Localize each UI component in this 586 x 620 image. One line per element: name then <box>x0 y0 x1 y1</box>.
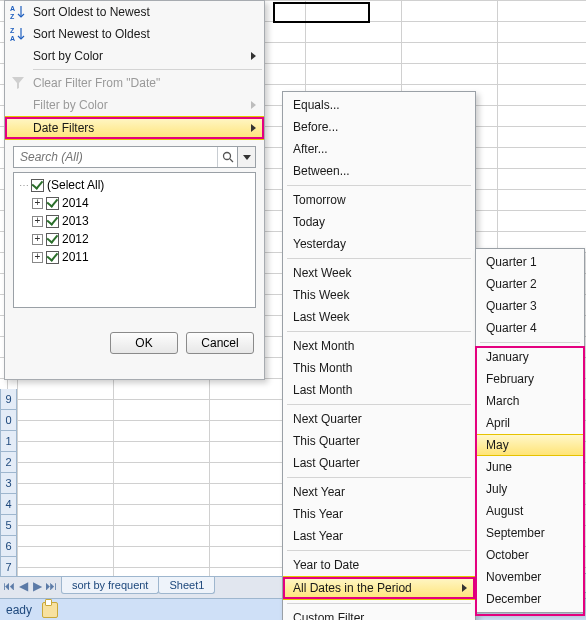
row-header[interactable]: 0 <box>0 410 17 431</box>
checkbox[interactable] <box>31 179 44 192</box>
filter-last-quarter[interactable]: Last Quarter <box>283 452 475 474</box>
filter-next-quarter[interactable]: Next Quarter <box>283 408 475 430</box>
caret-down-icon <box>243 155 251 160</box>
period-march[interactable]: March <box>476 390 584 412</box>
filter-last-month[interactable]: Last Month <box>283 379 475 401</box>
menu-separator <box>287 550 471 551</box>
period-april[interactable]: April <box>476 412 584 434</box>
tree-item-year[interactable]: + 2011 <box>18 248 251 266</box>
row-header[interactable]: 6 <box>0 536 17 557</box>
submenu-arrow-icon <box>251 52 256 60</box>
tab-nav-next-icon[interactable]: ▶ <box>31 579 43 593</box>
filter-yesterday[interactable]: Yesterday <box>283 233 475 255</box>
row-header[interactable]: 5 <box>0 515 17 536</box>
sheet-tab[interactable]: sort by frequent <box>61 577 159 594</box>
period-submenu: Quarter 1 Quarter 2 Quarter 3 Quarter 4 … <box>475 248 585 613</box>
checkbox[interactable] <box>46 251 59 264</box>
filter-this-month[interactable]: This Month <box>283 357 475 379</box>
sort-oldest-to-newest[interactable]: AZ Sort Oldest to Newest <box>5 1 264 23</box>
menu-label: Filter by Color <box>33 98 108 112</box>
row-header[interactable]: 9 <box>0 389 17 410</box>
search-input[interactable] <box>14 147 217 167</box>
sheet-tab[interactable]: Sheet1 <box>158 577 215 594</box>
expand-icon[interactable]: + <box>32 216 43 227</box>
filter-last-week[interactable]: Last Week <box>283 306 475 328</box>
search-box <box>13 146 256 168</box>
period-october[interactable]: October <box>476 544 584 566</box>
filter-after[interactable]: After... <box>283 138 475 160</box>
svg-text:Z: Z <box>10 13 15 20</box>
tree-item-select-all[interactable]: ⋯ (Select All) <box>18 176 251 194</box>
row-header[interactable]: 4 <box>0 494 17 515</box>
expand-icon[interactable]: + <box>32 252 43 263</box>
filter-this-quarter[interactable]: This Quarter <box>283 430 475 452</box>
period-q3[interactable]: Quarter 3 <box>476 295 584 317</box>
tree-label: (Select All) <box>47 178 104 192</box>
status-text: eady <box>6 603 32 617</box>
clear-filter: Clear Filter From "Date" <box>5 72 264 94</box>
tree-item-year[interactable]: + 2012 <box>18 230 251 248</box>
date-filters[interactable]: Date Filters <box>5 116 264 140</box>
submenu-arrow-icon <box>251 124 256 132</box>
macro-record-icon[interactable] <box>42 602 58 618</box>
period-september[interactable]: September <box>476 522 584 544</box>
period-q2[interactable]: Quarter 2 <box>476 273 584 295</box>
checkbox[interactable] <box>46 215 59 228</box>
period-may[interactable]: May <box>476 434 584 456</box>
filter-today[interactable]: Today <box>283 211 475 233</box>
period-july[interactable]: July <box>476 478 584 500</box>
filter-next-year[interactable]: Next Year <box>283 481 475 503</box>
checkbox[interactable] <box>46 233 59 246</box>
row-header[interactable]: 1 <box>0 431 17 452</box>
sort-newest-to-oldest[interactable]: ZA Sort Newest to Oldest <box>5 23 264 45</box>
row-headers: 9 0 1 2 3 4 5 6 7 <box>0 389 17 578</box>
expand-icon[interactable]: + <box>32 234 43 245</box>
tree-connector-icon: ⋯ <box>18 180 28 191</box>
search-icon[interactable] <box>217 147 237 167</box>
row-header[interactable]: 2 <box>0 452 17 473</box>
active-cell[interactable] <box>273 2 370 23</box>
period-q1[interactable]: Quarter 1 <box>476 251 584 273</box>
row-header[interactable]: 3 <box>0 473 17 494</box>
tab-nav-last-icon[interactable]: ⏭ <box>45 579 57 593</box>
ok-button[interactable]: OK <box>110 332 178 354</box>
tab-nav-first-icon[interactable]: ⏮ <box>3 579 15 593</box>
search-scope-dropdown[interactable] <box>237 147 255 167</box>
period-february[interactable]: February <box>476 368 584 390</box>
filter-tomorrow[interactable]: Tomorrow <box>283 189 475 211</box>
filter-all-dates-in-period[interactable]: All Dates in the Period <box>283 576 475 600</box>
svg-text:A: A <box>10 5 15 12</box>
expand-icon[interactable]: + <box>32 198 43 209</box>
period-january[interactable]: January <box>476 346 584 368</box>
menu-separator <box>287 258 471 259</box>
filter-this-year[interactable]: This Year <box>283 503 475 525</box>
sort-asc-icon: AZ <box>10 4 26 20</box>
sort-by-color[interactable]: Sort by Color <box>5 45 264 67</box>
filter-this-week[interactable]: This Week <box>283 284 475 306</box>
period-august[interactable]: August <box>476 500 584 522</box>
funnel-clear-icon <box>10 75 26 91</box>
tab-nav-prev-icon[interactable]: ◀ <box>17 579 29 593</box>
filter-next-month[interactable]: Next Month <box>283 335 475 357</box>
menu-separator <box>287 603 471 604</box>
tree-item-year[interactable]: + 2013 <box>18 212 251 230</box>
filter-next-week[interactable]: Next Week <box>283 262 475 284</box>
filter-before[interactable]: Before... <box>283 116 475 138</box>
tree-label: 2012 <box>62 232 89 246</box>
filter-last-year[interactable]: Last Year <box>283 525 475 547</box>
row-header[interactable]: 7 <box>0 557 17 578</box>
filter-tree[interactable]: ⋯ (Select All) + 2014 + 2013 + 2012 + 20… <box>13 172 256 308</box>
period-december[interactable]: December <box>476 588 584 610</box>
checkbox[interactable] <box>46 197 59 210</box>
svg-text:Z: Z <box>10 27 15 34</box>
filter-between[interactable]: Between... <box>283 160 475 182</box>
menu-label: Date Filters <box>33 121 94 135</box>
filter-custom[interactable]: Custom Filter... <box>283 607 475 620</box>
period-q4[interactable]: Quarter 4 <box>476 317 584 339</box>
period-november[interactable]: November <box>476 566 584 588</box>
period-june[interactable]: June <box>476 456 584 478</box>
cancel-button[interactable]: Cancel <box>186 332 254 354</box>
filter-equals[interactable]: Equals... <box>283 94 475 116</box>
filter-year-to-date[interactable]: Year to Date <box>283 554 475 576</box>
tree-item-year[interactable]: + 2014 <box>18 194 251 212</box>
